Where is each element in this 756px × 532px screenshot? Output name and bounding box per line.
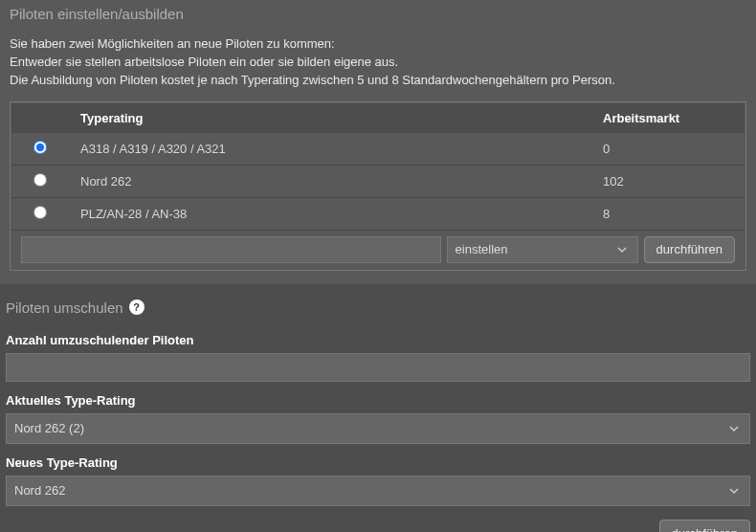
- table-row: Nord 262 102: [11, 165, 745, 197]
- intro-line-1: Sie haben zwei Möglichkeiten an neue Pil…: [10, 35, 746, 54]
- retrain-execute-button[interactable]: durchführen: [659, 520, 750, 532]
- hire-action-select-value: einstellen: [456, 242, 508, 256]
- action-row: einstellen durchführen: [11, 230, 745, 269]
- hire-train-title-text: Piloten einstellen/ausbilden: [10, 6, 184, 22]
- hire-train-panel: Piloten einstellen/ausbilden Sie haben z…: [0, 0, 756, 284]
- current-rating-value: Nord 262 (2): [14, 421, 84, 435]
- cell-market: 0: [591, 133, 745, 166]
- table-row: A318 / A319 / A320 / A321 0: [11, 133, 745, 166]
- radio-typerating-1[interactable]: [33, 173, 47, 187]
- retrain-bottom-bar: durchführen: [0, 506, 756, 532]
- cell-market: 8: [591, 197, 745, 230]
- retrain-title: Piloten umschulen ?: [0, 294, 756, 321]
- current-rating-select[interactable]: Nord 262 (2): [6, 413, 750, 444]
- typerating-table: Typerating Arbeitsmarkt A318 / A319 / A3…: [10, 101, 746, 271]
- spacer-box: [21, 236, 441, 263]
- header-market: Arbeitsmarkt: [591, 103, 745, 133]
- chevron-down-icon: [728, 423, 740, 434]
- table-row: PLZ/AN-28 / AN-38 8: [11, 197, 745, 230]
- retrain-count-input[interactable]: [6, 353, 750, 382]
- hire-execute-button[interactable]: durchführen: [644, 236, 735, 263]
- current-rating-label: Aktuelles Type-Rating: [6, 393, 750, 408]
- chevron-down-icon: [728, 485, 740, 497]
- chevron-down-icon: [616, 244, 628, 255]
- header-radio: [11, 103, 69, 133]
- cell-market: 102: [591, 165, 745, 197]
- intro-text: Sie haben zwei Möglichkeiten an neue Pil…: [10, 35, 746, 90]
- help-icon[interactable]: ?: [129, 299, 145, 315]
- intro-line-2: Entweder sie stellen arbeitslose Piloten…: [10, 54, 746, 72]
- intro-line-3: Die Ausbildung von Piloten kostet je nac…: [10, 72, 746, 90]
- hire-train-title: Piloten einstellen/ausbilden: [0, 0, 756, 28]
- cell-rating: PLZ/AN-28 / AN-38: [69, 197, 591, 230]
- cell-rating: Nord 262: [69, 165, 591, 197]
- retrain-panel: Piloten umschulen ? Anzahl umzuschulende…: [0, 294, 756, 532]
- radio-typerating-0[interactable]: [33, 141, 47, 154]
- new-rating-label: Neues Type-Rating: [6, 455, 750, 470]
- header-typerating: Typerating: [69, 103, 591, 133]
- hire-action-select[interactable]: einstellen: [447, 236, 638, 263]
- cell-rating: A318 / A319 / A320 / A321: [69, 133, 591, 166]
- table-header-row: Typerating Arbeitsmarkt: [11, 103, 745, 133]
- retrain-title-text: Piloten umschulen: [6, 299, 123, 316]
- radio-typerating-2[interactable]: [33, 206, 47, 219]
- new-rating-select[interactable]: Nord 262: [6, 476, 750, 506]
- new-rating-value: Nord 262: [14, 483, 65, 498]
- hire-train-body: Sie haben zwei Möglichkeiten an neue Pil…: [0, 28, 756, 284]
- count-label: Anzahl umzuschulender Piloten: [6, 333, 750, 347]
